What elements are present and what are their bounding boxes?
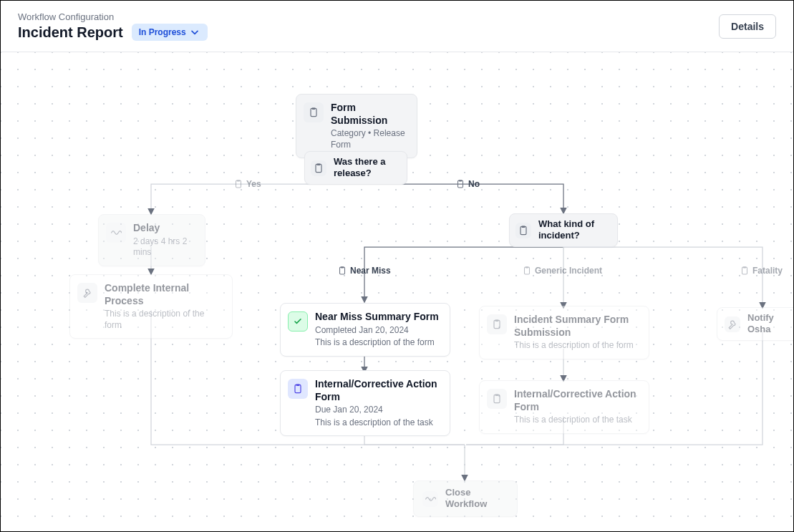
clipboard-icon [233,179,243,189]
branch-label-generic: Generic Incident [522,266,602,276]
clipboard-icon [522,266,532,276]
svg-rect-12 [316,164,321,172]
clipboard-icon [311,160,326,176]
branch-label-yes: Yes [233,179,261,189]
node-subtitle: Completed Jan 20, 2024 [315,325,439,337]
svg-rect-18 [494,320,500,328]
svg-rect-20 [494,395,500,402]
node-title: What kind of incident? [538,218,609,242]
node-desc: This is a description of the form [514,340,639,352]
svg-rect-3 [459,180,462,181]
node-close-workflow[interactable]: Close Workflow [413,480,518,517]
node-corrective-2[interactable]: Internal/Corrective Action Form This is … [479,380,649,434]
svg-rect-17 [296,385,300,386]
workflow-canvas[interactable]: Yes No Near Miss Generic Incident Fatali… [1,52,793,531]
svg-rect-10 [311,108,316,116]
svg-rect-2 [458,180,463,188]
node-title: Delay [133,222,195,235]
node-subtitle: 2 days 4 hrs 2 mins [133,236,195,258]
node-title: Internal/Corrective Action Form [315,378,440,403]
branch-label-fatality: Fatality [740,266,783,276]
svg-rect-0 [236,180,241,188]
node-title: Near Miss Summary Form [315,311,439,324]
svg-rect-9 [743,266,746,268]
clipboard-icon [304,102,324,122]
svg-rect-8 [742,267,747,274]
node-near-miss-form[interactable]: Near Miss Summary Form Completed Jan 20,… [280,303,450,357]
clipboard-icon [740,266,750,276]
svg-rect-15 [522,226,526,227]
node-desc: This is a description of the task [514,415,639,426]
node-title: Notify Osha [747,312,793,336]
node-desc: This is a description of the form [105,309,222,331]
node-delay[interactable]: Delay 2 days 4 hrs 2 mins [98,214,205,266]
node-notify-osha[interactable]: Notify Osha [717,307,793,341]
svg-rect-7 [526,266,528,268]
status-dropdown[interactable]: In Progress [132,24,208,41]
node-form-submission[interactable]: Form Submission Category • Release Form [296,94,417,158]
check-icon [288,311,308,332]
node-title: Internal/Corrective Action Form [514,388,639,413]
node-subtitle: Due Jan 20, 2024 [315,405,440,416]
node-title: Complete Internal Process [105,282,222,307]
svg-rect-13 [317,163,321,165]
node-title: Incident Summary Form Submission [514,314,639,339]
node-title: Was there a release? [334,156,398,180]
status-label: In Progress [139,27,186,37]
clipboard-icon [487,314,507,334]
node-subtitle: Category • Release Form [331,128,407,150]
svg-rect-5 [341,266,344,268]
wave-icon [106,223,126,243]
clipboard-icon [455,179,465,189]
clipboard-icon [288,379,308,399]
svg-rect-16 [295,385,301,392]
clipboard-icon [487,389,507,409]
node-incident-kind[interactable]: What kind of incident? [509,213,618,247]
node-desc: This is a description of the task [315,417,440,429]
page-title: Incident Report [18,24,123,41]
wrench-icon [77,283,97,303]
svg-rect-19 [495,320,499,321]
clipboard-icon [337,266,347,276]
svg-rect-11 [312,108,316,110]
svg-rect-14 [521,226,526,234]
branch-label-no: No [455,179,480,189]
node-title: Close Workflow [445,487,508,511]
wave-icon [422,491,438,507]
svg-rect-1 [237,180,240,181]
breadcrumb: Workflow Configuration [18,11,208,22]
branch-label-near-miss: Near Miss [337,266,391,276]
node-desc: This is a description of the form [315,337,439,349]
svg-rect-6 [525,267,530,274]
node-release-question[interactable]: Was there a release? [304,151,407,185]
header: Workflow Configuration Incident Report I… [1,1,793,52]
svg-rect-21 [495,395,499,396]
clipboard-icon [515,223,531,238]
details-button[interactable]: Details [719,14,776,39]
node-incident-summary[interactable]: Incident Summary Form Submission This is… [479,306,649,359]
wrench-icon [725,316,740,332]
svg-rect-4 [340,267,345,274]
node-complete-internal[interactable]: Complete Internal Process This is a desc… [69,274,233,339]
chevron-down-icon [189,26,200,38]
node-corrective-1[interactable]: Internal/Corrective Action Form Due Jan … [280,370,450,436]
node-title: Form Submission [331,102,407,127]
